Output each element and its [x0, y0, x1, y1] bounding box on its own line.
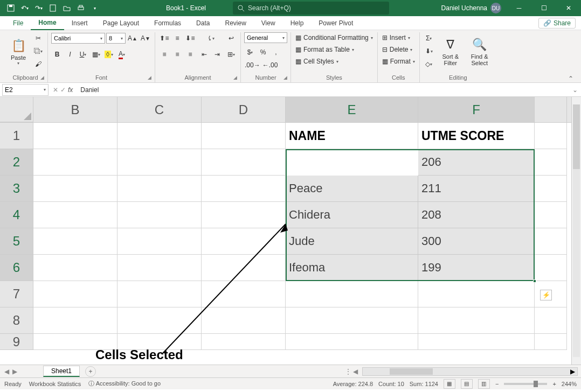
expand-formula-bar-icon[interactable]: ⌄	[569, 86, 581, 94]
format-as-table-button[interactable]: ▦Format as Table▾	[294, 44, 355, 55]
row-header-3[interactable]: 3	[0, 176, 33, 202]
search-box[interactable]: Search (Alt+Q)	[233, 2, 389, 15]
new-file-icon[interactable]	[46, 2, 59, 15]
tab-help[interactable]: Help	[283, 16, 312, 30]
percent-format-button[interactable]: %	[257, 46, 269, 58]
paste-button[interactable]: 📋 Paste ▾	[6, 32, 30, 70]
cell-e6[interactable]: Ifeoma	[286, 255, 418, 281]
cell[interactable]	[117, 123, 202, 149]
fill-color-button[interactable]: ◊▾	[103, 48, 115, 60]
minimize-button[interactable]: ─	[507, 0, 531, 16]
sheet-nav-prev-icon[interactable]: ◀	[4, 368, 9, 375]
italic-button[interactable]: I	[64, 48, 76, 60]
fill-handle[interactable]	[533, 279, 536, 283]
tab-insert[interactable]: Insert	[64, 16, 95, 30]
align-middle-button[interactable]: ≡	[171, 32, 183, 44]
cell[interactable]	[33, 123, 117, 149]
increase-decimal-button[interactable]: .00→	[244, 59, 261, 71]
status-accessibility[interactable]: ⓘ Accessibility: Good to go	[88, 380, 161, 388]
clipboard-launcher-icon[interactable]: ◢	[40, 75, 44, 80]
horizontal-scrollbar[interactable]: ▶	[362, 367, 578, 376]
cell[interactable]	[418, 281, 535, 307]
number-launcher-icon[interactable]: ◢	[283, 75, 287, 80]
cell-styles-button[interactable]: ▦Cell Styles▾	[294, 56, 340, 67]
cell[interactable]	[418, 307, 535, 334]
merge-center-button[interactable]: ⊞▾	[225, 48, 237, 60]
save-icon[interactable]	[4, 2, 17, 15]
quick-analysis-icon[interactable]: ⚡	[540, 290, 552, 300]
number-format-select[interactable]: General▾	[244, 32, 287, 43]
formula-input[interactable]: Daniel	[77, 86, 569, 94]
name-box[interactable]: E2▾	[2, 84, 49, 96]
cancel-formula-icon[interactable]: ✕	[53, 86, 58, 94]
align-right-button[interactable]: ≡	[184, 48, 196, 60]
orientation-button[interactable]: ⤹▾	[198, 32, 223, 44]
border-button[interactable]: ▦▾	[90, 48, 102, 60]
tab-power-pivot[interactable]: Power Pivot	[311, 16, 361, 30]
cell[interactable]	[117, 149, 202, 176]
row-header-9[interactable]: 9	[0, 334, 33, 350]
col-header-g[interactable]	[535, 97, 567, 122]
cell[interactable]	[535, 176, 567, 202]
cell[interactable]	[535, 123, 567, 149]
cell-f2[interactable]: 206	[418, 149, 535, 176]
underline-button[interactable]: U▾	[77, 48, 89, 60]
cell[interactable]	[117, 176, 202, 202]
user-account[interactable]: Daniel Uchenna DU	[441, 3, 501, 13]
col-header-e[interactable]: E	[286, 97, 418, 122]
tab-page-layout[interactable]: Page Layout	[95, 16, 147, 30]
open-icon[interactable]	[60, 2, 73, 15]
quick-print-icon[interactable]	[74, 2, 87, 15]
cell-f4[interactable]: 208	[418, 202, 535, 228]
row-header-4[interactable]: 4	[0, 202, 33, 228]
cell[interactable]	[535, 334, 567, 350]
format-painter-button[interactable]: 🖌	[32, 58, 44, 70]
view-normal-button[interactable]: ▦	[444, 379, 455, 389]
status-workbook-stats[interactable]: Workbook Statistics	[29, 381, 81, 387]
tab-data[interactable]: Data	[189, 16, 217, 30]
align-center-button[interactable]: ≡	[171, 48, 183, 60]
cell-f1[interactable]: UTME SCORE	[418, 123, 535, 149]
view-page-break-button[interactable]: ▥	[478, 379, 490, 389]
tab-home[interactable]: Home	[31, 16, 64, 30]
delete-cells-button[interactable]: ⊟Delete▾	[381, 44, 414, 55]
tab-formulas[interactable]: Formulas	[147, 16, 189, 30]
cell-f5[interactable]: 300	[418, 228, 535, 255]
alignment-launcher-icon[interactable]: ◢	[233, 75, 237, 80]
align-bottom-button[interactable]: ⬇≡	[184, 32, 196, 44]
cell[interactable]	[535, 149, 567, 176]
qat-customize-icon[interactable]: ▾	[88, 2, 101, 15]
fill-button[interactable]: ⬇▾	[423, 45, 435, 57]
tab-scroll-splitter[interactable]: ⋮ ◀	[345, 368, 358, 375]
accounting-format-button[interactable]: $▾	[244, 46, 256, 58]
font-size-select[interactable]: 8▾	[106, 33, 126, 44]
sheet-nav-next-icon[interactable]: ▶	[12, 368, 17, 375]
cell-e1[interactable]: NAME	[286, 123, 418, 149]
cell-e5[interactable]: Jude	[286, 228, 418, 255]
share-button[interactable]: 🔗Share	[538, 18, 576, 29]
cell-e2[interactable]: Daniel	[286, 149, 418, 176]
cell-f3[interactable]: 211	[418, 176, 535, 202]
cut-button[interactable]: ✂	[32, 32, 44, 44]
collapse-ribbon-icon[interactable]: ⌃	[568, 75, 573, 82]
col-header-f[interactable]: F	[418, 97, 535, 122]
select-all-corner[interactable]	[0, 97, 33, 122]
close-button[interactable]: ✕	[556, 0, 581, 16]
row-header-8[interactable]: 8	[0, 307, 33, 334]
row-header-2[interactable]: 2	[0, 149, 33, 176]
redo-icon[interactable]: ↷▾	[32, 2, 45, 15]
undo-icon[interactable]: ↶▾	[18, 2, 31, 15]
tab-file[interactable]: File	[5, 16, 31, 30]
cell[interactable]	[286, 281, 418, 307]
insert-cells-button[interactable]: ⊞Insert▾	[381, 32, 411, 43]
sort-filter-button[interactable]: ᐁ Sort & Filter	[437, 32, 464, 70]
decrease-font-button[interactable]: A▼	[140, 32, 151, 44]
zoom-out-button[interactable]: −	[495, 381, 499, 387]
align-top-button[interactable]: ⬆≡	[158, 32, 170, 44]
cell[interactable]	[202, 123, 286, 149]
row-header-6[interactable]: 6	[0, 255, 33, 281]
font-name-select[interactable]: Calibri▾	[51, 33, 105, 44]
sheet-tab-sheet1[interactable]: Sheet1	[43, 366, 80, 377]
increase-font-button[interactable]: A▲	[127, 32, 139, 44]
vertical-scrollbar[interactable]	[571, 97, 581, 365]
